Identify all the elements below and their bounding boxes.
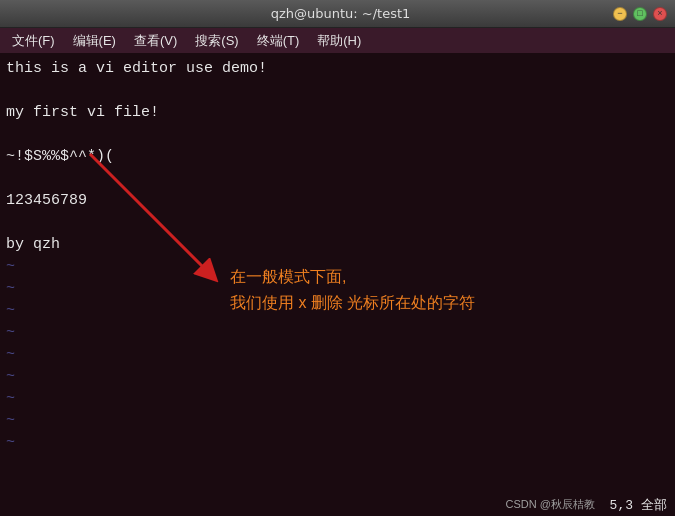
window-controls[interactable]: − □ ×: [613, 7, 667, 21]
maximize-button[interactable]: □: [633, 7, 647, 21]
menu-bar: 文件(F) 编辑(E) 查看(V) 搜索(S) 终端(T) 帮助(H): [0, 28, 675, 54]
menu-search[interactable]: 搜索(S): [187, 30, 246, 52]
cursor-position: 5,3: [610, 498, 633, 513]
tilde-8: ~: [6, 410, 669, 432]
line-5: by qzh: [6, 234, 669, 256]
title-bar: qzh@ubuntu: ~/test1 − □ ×: [0, 0, 675, 28]
annotation-line1: 在一般模式下面,: [230, 264, 475, 290]
line-3: ~!$S%%$^^*)(: [6, 146, 669, 168]
menu-file[interactable]: 文件(F): [4, 30, 63, 52]
menu-help[interactable]: 帮助(H): [309, 30, 369, 52]
terminal-area: this is a vi editor use demo! my first v…: [0, 54, 675, 516]
minimize-button[interactable]: −: [613, 7, 627, 21]
line-blank-4: [6, 212, 669, 234]
tilde-4: ~: [6, 322, 669, 344]
tilde-9: ~: [6, 432, 669, 454]
status-bar: 5,3 全部: [602, 494, 675, 516]
tilde-5: ~: [6, 344, 669, 366]
menu-view[interactable]: 查看(V): [126, 30, 185, 52]
line-1: this is a vi editor use demo!: [6, 58, 669, 80]
annotation-line2: 我们使用 x 删除 光标所在处的字符: [230, 290, 475, 316]
tilde-6: ~: [6, 366, 669, 388]
tilde-7: ~: [6, 388, 669, 410]
status-all-label: 全部: [641, 496, 667, 514]
line-blank-3: [6, 168, 669, 190]
window-title: qzh@ubuntu: ~/test1: [68, 6, 613, 21]
line-blank-1: [6, 80, 669, 102]
line-4: 123456789: [6, 190, 669, 212]
menu-edit[interactable]: 编辑(E): [65, 30, 124, 52]
annotation-text: 在一般模式下面, 我们使用 x 删除 光标所在处的字符: [230, 264, 475, 316]
watermark: CSDN @秋辰桔教: [506, 497, 595, 512]
close-button[interactable]: ×: [653, 7, 667, 21]
line-blank-2: [6, 124, 669, 146]
menu-terminal[interactable]: 终端(T): [249, 30, 308, 52]
line-2: my first vi file!: [6, 102, 669, 124]
